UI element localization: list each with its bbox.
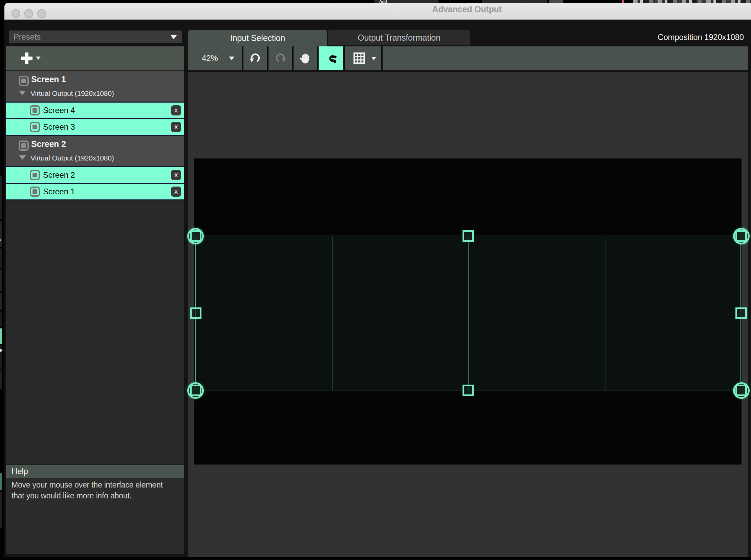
- tab-output-transformation[interactable]: Output Transformation: [328, 30, 470, 45]
- screen-checkbox[interactable]: [19, 76, 29, 86]
- screen-group-title: Screen 2: [31, 139, 66, 149]
- help-header: Help: [6, 465, 184, 478]
- background-fragment: [0, 492, 2, 528]
- virtual-output-label: Virtual Output (1920x1080): [31, 154, 114, 162]
- slice-label: Screen 2: [43, 167, 75, 183]
- pan-tool-button[interactable]: [294, 46, 317, 70]
- slice-label: Screen 3: [43, 119, 75, 135]
- remove-slice-button[interactable]: x: [171, 122, 181, 132]
- window-title: Advanced Output: [432, 4, 501, 14]
- slice-divider[interactable]: [332, 237, 333, 390]
- help-body: Move your mouse over the interface eleme…: [6, 478, 184, 554]
- help-title: Help: [12, 466, 28, 476]
- minimize-button[interactable]: [24, 9, 33, 18]
- slice-checkbox[interactable]: [30, 170, 40, 180]
- corner-handle-square-bottom-left[interactable]: [190, 385, 201, 396]
- zoom-level-dropdown[interactable]: 42%: [188, 46, 242, 70]
- slice-row[interactable]: Screen 4 x: [6, 103, 184, 118]
- mid-handle-right[interactable]: [735, 307, 747, 319]
- caret-down-icon: [372, 57, 376, 60]
- undo-icon: [249, 52, 262, 65]
- snap-toggle-button[interactable]: [319, 46, 343, 70]
- tab-input-selection[interactable]: Input Selection: [188, 30, 327, 46]
- caret-down-icon: [229, 57, 234, 60]
- slice-row[interactable]: Screen 3 x: [6, 119, 184, 135]
- slice-divider[interactable]: [468, 237, 469, 390]
- grid-icon: [352, 51, 367, 65]
- caret-down-icon: [171, 35, 177, 39]
- slice-divider[interactable]: [605, 237, 606, 390]
- background-fragment: s: [0, 221, 2, 247]
- corner-handle-square-top-left[interactable]: [190, 230, 201, 242]
- plus-icon[interactable]: [21, 53, 33, 64]
- remove-slice-button[interactable]: x: [171, 105, 181, 116]
- background-fragment-text: s: [0, 236, 1, 242]
- zoom-level-value: 42%: [202, 46, 218, 70]
- presets-label: Presets: [14, 32, 41, 42]
- hand-icon: [299, 52, 312, 65]
- slice-row[interactable]: Screen 1 x: [6, 184, 184, 199]
- mid-handle-left[interactable]: [190, 307, 201, 319]
- background-fragment-selected: [0, 328, 2, 344]
- slice-label: Screen 4: [43, 103, 75, 118]
- screen-group-title: Screen 1: [31, 75, 66, 84]
- corner-handle-square-top-right[interactable]: [735, 230, 747, 242]
- advanced-output-screen: Add s y Advanced Output Presets: [0, 0, 751, 560]
- background-fragment: [0, 248, 2, 268]
- background-fragment: [0, 312, 2, 327]
- toolbar-filler: [382, 46, 748, 70]
- magnet-icon: [324, 52, 338, 65]
- background-fragment-green: [0, 473, 2, 490]
- grid-options-dropdown[interactable]: [345, 46, 381, 70]
- background-fragment: y: [0, 371, 2, 389]
- background-cursor-fragment: [0, 348, 3, 353]
- screen-group-row[interactable]: Screen 1 Virtual Output (1920x1080): [6, 71, 184, 102]
- mid-handle-top[interactable]: [462, 230, 474, 242]
- disclosure-triangle-icon[interactable]: [19, 91, 26, 95]
- slice-checkbox[interactable]: [30, 122, 40, 132]
- canvas-toolbar: 42%: [188, 46, 748, 70]
- close-button[interactable]: [12, 9, 20, 18]
- slice-label: Screen 1: [43, 184, 75, 199]
- zoom-window-button[interactable]: [37, 9, 46, 18]
- redo-icon: [274, 52, 287, 65]
- corner-handle-square-bottom-right[interactable]: [735, 385, 747, 396]
- help-text-line: that you would like more info about.: [12, 494, 184, 498]
- undo-button[interactable]: [243, 46, 267, 70]
- help-text-line: Move your mouse over the interface eleme…: [12, 483, 184, 487]
- presets-dropdown[interactable]: Presets: [9, 31, 182, 43]
- slice-row[interactable]: Screen 2 x: [6, 167, 184, 183]
- background-fragment: [0, 269, 2, 291]
- composition-size-label: Composition 1920x1080: [657, 33, 744, 42]
- add-screen-toolbar: [6, 46, 184, 70]
- caret-down-icon[interactable]: [36, 57, 41, 60]
- virtual-output-label: Virtual Output (1920x1080): [31, 89, 114, 98]
- disclosure-triangle-icon[interactable]: [19, 155, 26, 160]
- background-fragment: [0, 176, 2, 219]
- remove-slice-button[interactable]: x: [171, 170, 181, 180]
- screens-list: Screen 1 Virtual Output (1920x1080) Scre…: [6, 71, 184, 200]
- window-titlebar[interactable]: [4, 3, 751, 20]
- screen-group-row[interactable]: Screen 2 Virtual Output (1920x1080): [6, 136, 184, 166]
- row-separator: [6, 199, 184, 200]
- input-selection-canvas[interactable]: [188, 72, 748, 557]
- remove-slice-button[interactable]: x: [171, 186, 181, 197]
- screen-checkbox[interactable]: [19, 140, 29, 151]
- slice-checkbox[interactable]: [30, 105, 40, 116]
- background-fragment: [0, 293, 2, 309]
- mid-handle-bottom[interactable]: [462, 385, 474, 396]
- slice-checkbox[interactable]: [30, 186, 40, 197]
- redo-button[interactable]: [269, 46, 292, 70]
